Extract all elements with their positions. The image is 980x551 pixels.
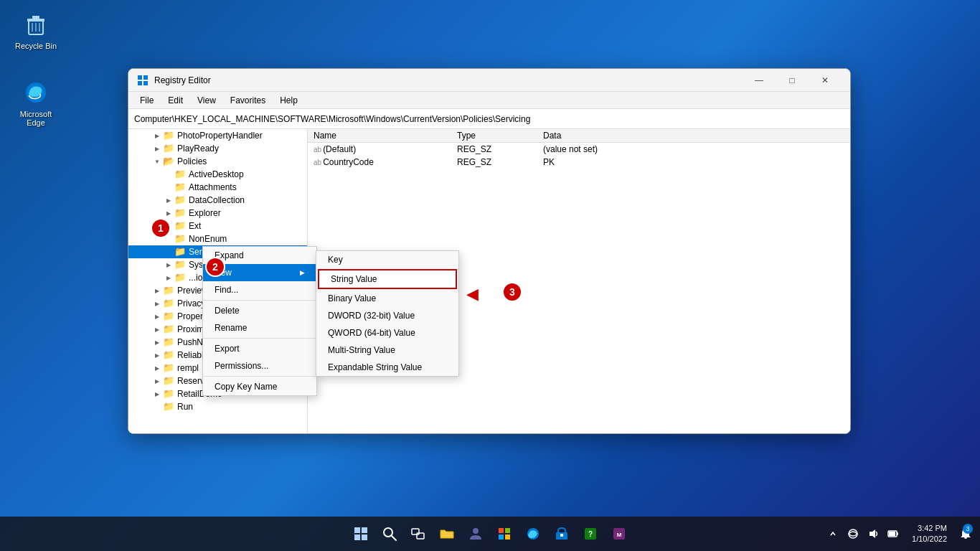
svg-rect-23 — [505, 534, 510, 540]
ctx-find[interactable]: Find... — [203, 281, 316, 298]
step2-badge: 2 — [205, 257, 225, 277]
tree-item-run[interactable]: 📁 Run — [128, 400, 307, 413]
folder-icon: 📁 — [163, 362, 174, 374]
col-name: Name — [314, 131, 457, 141]
value-row-default[interactable]: ab(Default) REG_SZ (value not set) — [308, 143, 850, 156]
svg-rect-20 — [499, 528, 504, 533]
taskbar-center: ? M — [348, 521, 632, 547]
col-type: Type — [457, 131, 543, 141]
tree-item-playready[interactable]: ▶ 📁 PlayReady — [128, 142, 307, 155]
svg-rect-11 — [354, 527, 360, 533]
svg-text:M: M — [617, 532, 622, 538]
pinned-app1[interactable] — [491, 521, 517, 547]
ctx-export[interactable]: Export — [203, 340, 316, 357]
taskview-button[interactable] — [405, 521, 431, 547]
expand-icon: ▶ — [151, 324, 163, 335]
svg-rect-12 — [362, 527, 367, 533]
expand-icon — [163, 169, 174, 180]
expand-icon: ▶ — [151, 298, 163, 309]
notification-area[interactable]: 3 — [957, 521, 974, 547]
svg-rect-26 — [560, 534, 563, 537]
folder-icon: 📁 — [163, 285, 174, 296]
svg-rect-10 — [143, 81, 148, 85]
expand-icon: ▶ — [151, 143, 163, 154]
store-button[interactable] — [549, 521, 575, 547]
system-tray — [824, 521, 902, 547]
tray-chevron[interactable] — [824, 521, 842, 547]
value-name: ab(Default) — [314, 144, 457, 154]
address-path: Computer\HKEY_LOCAL_MACHINE\SOFTWARE\Mic… — [134, 114, 530, 124]
values-header: Name Type Data — [308, 129, 850, 143]
recycle-bin-label: Recycle Bin — [15, 42, 57, 50]
value-row-countrycode[interactable]: abCountryCode REG_SZ PK — [308, 156, 850, 169]
expand-icon — [151, 401, 163, 413]
expand-icon: ▼ — [151, 156, 163, 167]
menu-file[interactable]: File — [134, 94, 159, 107]
submenu-expandable[interactable]: Expandable String Value — [316, 359, 458, 376]
step1-badge: 1 — [151, 218, 171, 238]
tree-item-activedesktop[interactable]: 📁 ActiveDesktop — [128, 168, 307, 181]
tree-item-policies[interactable]: ▼ 📂 Policies — [128, 155, 307, 168]
menu-help[interactable]: Help — [274, 94, 303, 107]
svg-rect-18 — [417, 533, 424, 539]
expand-icon: ▶ — [163, 272, 174, 283]
tray-network[interactable] — [844, 521, 862, 547]
ctx-rename[interactable]: Rename — [203, 319, 316, 336]
edge-taskbar[interactable] — [520, 521, 546, 547]
ctx-copykey[interactable]: Copy Key Name — [203, 378, 316, 395]
tree-item-explorer[interactable]: ▶ 📁 Explorer — [128, 207, 307, 220]
date-display: 1/10/2022 — [912, 534, 947, 545]
folder-icon: 📁 — [174, 207, 186, 219]
window-controls: — □ ✕ — [743, 69, 842, 92]
svg-rect-8 — [143, 75, 148, 80]
expand-icon: ▶ — [163, 207, 174, 219]
tray-battery[interactable] — [885, 521, 902, 547]
expand-icon: ▶ — [163, 194, 174, 206]
ctx-permissions[interactable]: Permissions... — [203, 357, 316, 375]
submenu-multistring[interactable]: Multi-String Value — [316, 342, 458, 359]
maximize-button[interactable]: □ — [776, 69, 809, 92]
expand-icon — [163, 182, 174, 193]
start-button[interactable] — [348, 521, 374, 547]
explorer-button[interactable] — [434, 521, 460, 547]
clock[interactable]: 3:42 PM 1/10/2022 — [906, 523, 953, 545]
submenu: Key String Value Binary Value DWORD (32-… — [316, 250, 459, 377]
submenu-qword[interactable]: QWORD (64-bit) Value — [316, 324, 458, 342]
search-button[interactable] — [377, 521, 402, 547]
close-button[interactable]: ✕ — [809, 69, 842, 92]
svg-rect-9 — [138, 81, 142, 85]
desktop: Recycle Bin Microsoft Edge Registry — [0, 0, 980, 551]
submenu-string-value[interactable]: String Value — [318, 269, 457, 289]
ctx-separator3 — [203, 376, 316, 377]
folder-icon: 📁 — [163, 388, 174, 400]
tree-item-datacollection[interactable]: ▶ 📁 DataCollection — [128, 194, 307, 207]
menu-favorites[interactable]: Favorites — [225, 94, 271, 107]
edge-icon[interactable]: Microsoft Edge — [7, 75, 65, 130]
expand-icon: ▶ — [151, 349, 163, 361]
minimize-button[interactable]: — — [743, 69, 776, 92]
tree-item-attachments[interactable]: 📁 Attachments — [128, 181, 307, 194]
tree-item-photoproperty[interactable]: ▶ 📁 PhotoPropertyHandler — [128, 129, 307, 142]
expand-icon: ▶ — [151, 130, 163, 141]
taskbar-app3[interactable]: M — [606, 521, 632, 547]
teams-button[interactable] — [463, 521, 489, 547]
menu-view[interactable]: View — [192, 94, 222, 107]
submenu-key[interactable]: Key — [316, 251, 458, 268]
tray-volume[interactable] — [864, 521, 882, 547]
ctx-delete[interactable]: Delete — [203, 302, 316, 319]
address-bar[interactable]: Computer\HKEY_LOCAL_MACHINE\SOFTWARE\Mic… — [128, 109, 850, 129]
folder-icon: 📁 — [163, 349, 174, 361]
expand-icon: ▶ — [163, 259, 174, 270]
recycle-bin-icon[interactable]: Recycle Bin — [7, 7, 65, 53]
menu-edit[interactable]: Edit — [162, 94, 189, 107]
ctx-separator2 — [203, 338, 316, 339]
value-data: PK — [543, 157, 844, 167]
svg-point-31 — [849, 529, 857, 538]
submenu-binary[interactable]: Binary Value — [316, 290, 458, 307]
svg-rect-1 — [27, 19, 44, 22]
folder-icon: 📁 — [163, 298, 174, 309]
taskbar-app2[interactable]: ? — [578, 521, 603, 547]
submenu-dword[interactable]: DWORD (32-bit) Value — [316, 307, 458, 324]
folder-icon: 📁 — [174, 233, 186, 245]
folder-icon: 📁 — [163, 336, 174, 348]
